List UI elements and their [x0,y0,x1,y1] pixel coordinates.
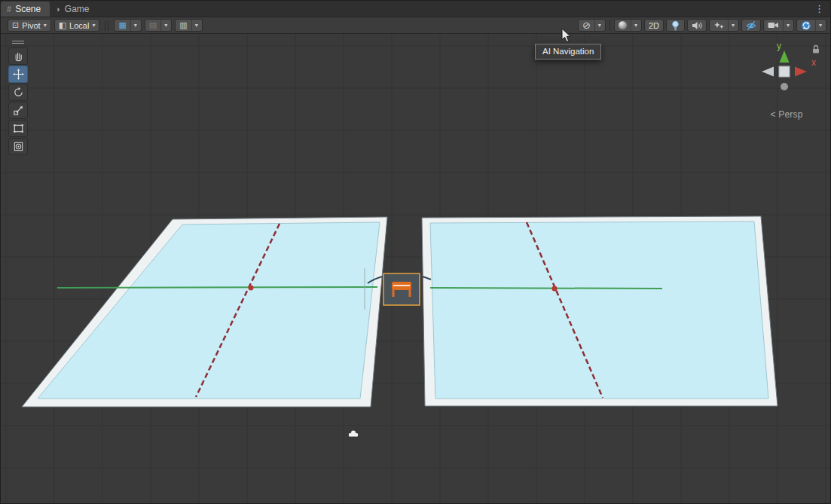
projection-text: Persp [778,109,802,120]
table-left[interactable] [22,217,387,407]
scene-lighting-toggle[interactable] [666,19,685,32]
ai-navigation-overlay-toggle[interactable]: ⊘ ▾ [578,19,606,32]
gizmo-center-cube [779,66,790,77]
tooltip-text: AI Navigation [542,47,594,56]
tooltip: AI Navigation [535,44,601,60]
link-endpoint-left [249,286,254,291]
axis-y-label: y [777,41,781,51]
tab-options-kebab-icon[interactable]: ⋮ [808,1,830,17]
axis-negx-cone [762,67,774,77]
effects-stars-icon [713,20,724,30]
rotate-tool-button[interactable] [8,84,28,101]
scene-area [1,34,831,504]
camera-settings-dropdown[interactable]: ▾ [763,19,794,32]
tab-game-label: Game [65,4,90,14]
pivot-icon: ⊡ [12,21,19,29]
overlay-lock-icon[interactable] [811,44,820,54]
chevron-down-icon: ▾ [130,20,137,31]
view-tab-bar: # Scene ◗ Game ⋮ [1,1,830,17]
hand-tool-button[interactable] [8,47,28,65]
snap-grid-icon: ▤ [149,21,157,29]
projection-toggle-arrow: < [770,109,775,120]
grid-icon: ▦ [118,21,126,29]
scale-tool-button[interactable] [8,102,28,119]
scene-viewport[interactable] [1,34,831,504]
table-right[interactable] [422,216,778,406]
chevron-down-icon: ▾ [191,20,198,31]
pivot-mode-dropdown[interactable]: ⊡ Pivot ▾ [8,19,51,32]
scene-toolbar: ⊡ Pivot ▾ ◧ Local ▾ ▦ ▾ ▤ ▾ ▥ ▾ ⊘ ▾ [1,17,830,34]
mouse-cursor-icon [561,28,572,43]
rect-tool-button[interactable] [8,120,28,137]
pivot-label: Pivot [22,21,40,30]
axis-negy-ball [781,83,788,90]
eye-slash-icon [746,20,756,31]
navmesh-link-gizmo[interactable] [383,273,420,305]
axis-x-cone [795,67,807,77]
unity-scene-view-window: # Scene ◗ Game ⋮ ⊡ Pivot ▾ ◧ Local ▾ ▦ ▾… [0,0,831,504]
rotation-space-dropdown[interactable]: ◧ Local ▾ [54,19,100,32]
link-endpoint-right [552,286,558,292]
overlay-drag-handle-icon[interactable] [8,38,28,45]
tools-overlay [8,38,28,155]
chevron-down-icon: ▾ [631,20,637,31]
scene-tab-icon: # [7,5,11,14]
chevron-down-icon: ▾ [728,20,735,31]
toolbar-separator [610,20,610,31]
move-tool-button[interactable] [8,66,28,83]
snap-increment-dropdown[interactable]: ▥ ▾ [175,19,202,32]
scale-icon [13,105,24,116]
toolbar-separator [105,20,108,31]
orientation-gizmo[interactable]: y x < Persp [745,37,828,120]
chevron-down-icon: ▾ [594,20,601,31]
shading-mode-dropdown[interactable]: ▾ [614,19,642,32]
mode-2d-label: 2D [649,21,659,30]
chevron-down-icon: ▾ [160,20,167,31]
chevron-down-icon: ▾ [815,20,822,31]
audio-toggle[interactable] [687,19,707,32]
rotate-icon [13,87,24,98]
scene-visibility-toggle[interactable] [741,19,761,32]
rect-icon [13,123,24,134]
hand-icon [13,50,24,62]
ai-navigation-icon: ⊘ [582,20,591,30]
move-icon [13,69,24,80]
chevron-down-icon: ▾ [44,23,47,29]
toolbar-right-group: ⊘ ▾ ▾ 2D [578,19,826,32]
projection-mode-label[interactable]: < Persp [745,109,828,120]
speaker-icon [692,21,702,30]
chevron-down-icon: ▾ [92,23,95,29]
scene-view-tools-dropdown[interactable]: ▾ [796,19,826,32]
lightbulb-icon [671,20,680,31]
game-tab-icon: ◗ [56,5,61,14]
ruler-icon: ▥ [179,21,187,29]
mode-2d-toggle[interactable]: 2D [644,19,664,32]
local-space-icon: ◧ [59,21,66,29]
axis-y-cone [780,50,790,63]
tab-scene[interactable]: # Scene [1,2,50,17]
transform-icon [13,141,24,152]
axis-x-label: x [811,57,816,68]
light-gizmo[interactable] [349,431,358,437]
grid-visibility-toggle[interactable]: ▦ ▾ [114,19,141,32]
tab-scene-label: Scene [15,4,41,14]
local-label: Local [69,21,89,30]
shaded-sphere-icon [619,21,627,29]
chevron-down-icon: ▾ [783,20,790,31]
grid-snapping-toggle[interactable]: ▤ ▾ [145,19,172,32]
effects-visibility-toggle[interactable]: ▾ [709,19,739,32]
orbit-navigation-icon [801,20,811,31]
tab-game[interactable]: ◗ Game [50,1,98,17]
transform-tool-button[interactable] [8,138,28,155]
camera-icon [768,21,779,29]
